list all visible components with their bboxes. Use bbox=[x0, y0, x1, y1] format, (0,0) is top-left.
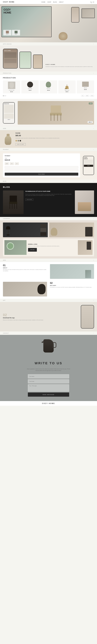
pay-phone-row-2 bbox=[84, 161, 93, 162]
app-label-text: APPS DESIGN bbox=[3, 44, 12, 44]
write-message-input[interactable] bbox=[28, 384, 69, 392]
card-number-input[interactable] bbox=[5, 166, 78, 168]
filter-sale[interactable]: SALE bbox=[90, 95, 94, 96]
contact-label-arrow[interactable]: → bbox=[93, 332, 94, 334]
product-price-2: $18.00 bbox=[29, 90, 31, 91]
product-card-5[interactable]: Wall Art $45.00 bbox=[77, 80, 94, 94]
info-label-arrow[interactable]: → bbox=[93, 260, 94, 261]
blog-read-more-button[interactable]: READ MORE bbox=[25, 198, 33, 200]
card-expiry-input[interactable] bbox=[5, 169, 78, 172]
vase-name: VASE bbox=[16, 132, 94, 134]
dot-2[interactable] bbox=[4, 96, 5, 96]
add-to-cart-button[interactable]: ADD TO CART bbox=[16, 143, 26, 146]
lookbook-label-arrow[interactable]: → bbox=[93, 218, 94, 219]
product-card-3[interactable]: Plant Pot $32.00 bbox=[40, 80, 57, 94]
product-img-5 bbox=[82, 82, 89, 87]
kettle-spout bbox=[41, 341, 44, 343]
info-label-text: INFO bbox=[3, 260, 6, 261]
blog-chair-dark bbox=[9, 196, 18, 209]
footer-logo: COZY HOME bbox=[42, 403, 55, 404]
lookbook-lamp bbox=[6, 226, 10, 236]
filter-new[interactable]: NEW bbox=[85, 95, 89, 96]
dot-3[interactable] bbox=[5, 96, 6, 96]
chair-leg-4 bbox=[61, 114, 61, 121]
lookbook-item-2[interactable] bbox=[49, 222, 94, 237]
contact-section-label: CONTACT → bbox=[0, 332, 97, 335]
write-name-input[interactable] bbox=[28, 374, 69, 378]
site-logo[interactable]: COZY HOME bbox=[3, 1, 15, 3]
product-price-4: $65.00 bbox=[66, 91, 68, 92]
blog-label-arrow[interactable]: → bbox=[93, 180, 94, 182]
vase-content: VASE $65.40 Handcrafted ceramic vase wit… bbox=[3, 132, 94, 146]
hero-monitor: COZYHOME $24.00 $65.00 bbox=[2, 6, 52, 37]
lookbook-large-text: MINIMAL LIVING Explore our curated colle… bbox=[28, 244, 76, 252]
write-description: Have a question or want to know more abo… bbox=[26, 368, 71, 371]
vase-label-text: VASE bbox=[3, 128, 6, 129]
lookbook-item-1[interactable] bbox=[3, 222, 48, 237]
info-title-1: ABOUT bbox=[3, 267, 47, 268]
product-name-1: Ceramic Vase bbox=[9, 90, 14, 90]
showcase-phone: PRODUCTION bbox=[3, 102, 15, 124]
payment-total-label: Total bbox=[5, 158, 78, 159]
vase-color-1[interactable] bbox=[16, 140, 17, 142]
write-email-input[interactable] bbox=[28, 379, 69, 384]
app-screen-small-content bbox=[33, 55, 42, 68]
showcase-chair bbox=[49, 105, 62, 121]
nav-shop[interactable]: SHOP bbox=[47, 1, 51, 3]
app-screen-small bbox=[33, 54, 43, 68]
payment-label-text: PAYMENT bbox=[3, 149, 9, 150]
info-desc-1: We design and curate minimalist furnitur… bbox=[3, 269, 47, 272]
showcase-main-image: -40% $98.00 bbox=[18, 101, 94, 124]
payment-form: PLACE ORDER bbox=[5, 166, 78, 176]
vase-color-2[interactable] bbox=[18, 140, 19, 142]
payment-title: PAYMENT bbox=[5, 155, 78, 156]
dot-1[interactable] bbox=[3, 96, 4, 96]
vase-label-arrow[interactable]: → bbox=[93, 128, 94, 129]
hero-background: COZYHOME $24.00 $65.00 bbox=[0, 4, 97, 42]
nav-home[interactable]: HOME bbox=[41, 1, 45, 3]
lookbook-large-image bbox=[5, 240, 27, 255]
info-title-2: DELIVERY bbox=[50, 285, 94, 286]
product-card-4[interactable]: Table Lamp $65.00 bbox=[58, 80, 76, 94]
phone-showcase-title: Download the App bbox=[3, 317, 78, 318]
nav-about[interactable]: ABOUT bbox=[59, 1, 63, 3]
payment-methods: CARD PP AP bbox=[5, 162, 78, 165]
payment-label-arrow[interactable]: → bbox=[93, 149, 94, 150]
blog-post-description: Discover how to bring the warmth and sim… bbox=[25, 194, 73, 196]
production-section-label: PRODUCTION → bbox=[0, 72, 97, 75]
blog-chair-legs bbox=[10, 204, 17, 209]
lookbook-cta-button[interactable]: EXPLORE bbox=[28, 248, 37, 252]
app-label-arrow[interactable]: → bbox=[93, 43, 94, 45]
phone-label-arrow[interactable]: → bbox=[93, 300, 94, 301]
filter-all[interactable]: ALL bbox=[81, 95, 84, 96]
app-screen-large: COZY HOME bbox=[3, 49, 18, 68]
payment-total: $165.00 bbox=[5, 159, 78, 161]
lookbook-large-item[interactable]: MINIMAL LIVING Explore our curated colle… bbox=[3, 239, 94, 256]
write-submit-button[interactable]: SEND MESSAGE bbox=[28, 392, 69, 397]
product-img-1 bbox=[8, 82, 15, 89]
app-section: COZY HOME COZY HOME Download our app and… bbox=[0, 46, 97, 72]
hero-item-2[interactable]: $65.00 bbox=[12, 30, 20, 36]
product-img-2 bbox=[27, 82, 33, 88]
search-icon[interactable] bbox=[90, 2, 91, 3]
product-price-1: $24.00 bbox=[10, 91, 13, 92]
vase-color-3[interactable] bbox=[20, 140, 21, 142]
cart-icon[interactable] bbox=[93, 2, 94, 3]
product-card-1[interactable]: Ceramic Vase $24.00 bbox=[3, 80, 20, 94]
product-price-5: $45.00 bbox=[84, 89, 87, 90]
nav-blog[interactable]: BLOG bbox=[53, 1, 57, 3]
payment-method-apple[interactable]: AP bbox=[15, 162, 19, 165]
nav-actions bbox=[90, 2, 94, 3]
showcase-discount-badge: -40% bbox=[89, 102, 92, 104]
chair-legs bbox=[51, 114, 61, 121]
product-card-2[interactable]: Dark Bowl $18.00 bbox=[21, 80, 39, 94]
production-section: PRODUCTION Ceramic Vase $24.00 Dark Bowl… bbox=[0, 75, 97, 99]
blog-chair-leg-2 bbox=[12, 204, 12, 209]
payment-method-card[interactable]: CARD bbox=[5, 162, 9, 165]
phone-showcase-number: 02 bbox=[3, 313, 78, 317]
production-label-arrow[interactable]: → bbox=[93, 72, 94, 74]
contact-label-text: CONTACT bbox=[3, 333, 9, 334]
hero-item-1[interactable]: $24.00 bbox=[3, 30, 11, 36]
payment-method-paypal[interactable]: PP bbox=[10, 162, 14, 165]
place-order-button[interactable]: PLACE ORDER bbox=[5, 173, 78, 176]
